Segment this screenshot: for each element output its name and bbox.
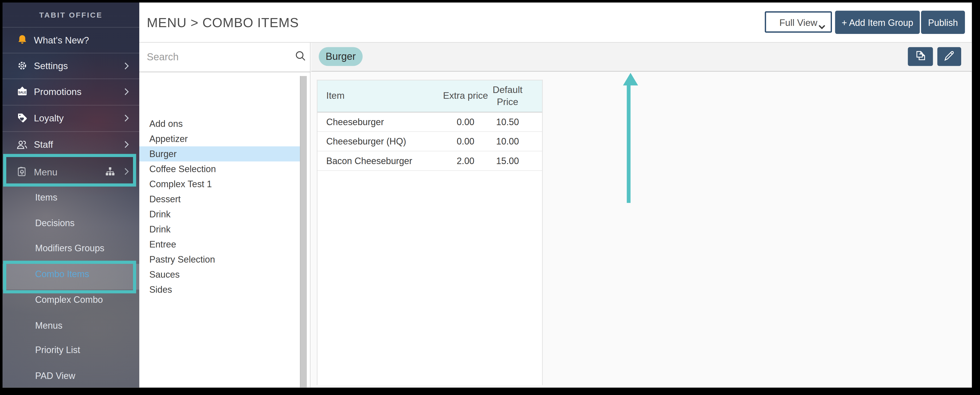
view-mode-value: Full View [780,17,818,27]
chevron-right-icon [124,88,129,96]
brand-title: TABIT OFFICE [3,3,139,27]
app-root: TABIT OFFICE What's New? Settings SALE [0,0,980,395]
search-input[interactable] [147,48,285,67]
category-item[interactable]: Dessert [139,192,300,207]
sidebar-item-label: What's New? [34,35,89,45]
item-name: Cheeseburger [317,112,443,131]
svg-text:SALE: SALE [18,91,26,94]
sidebar-item-items[interactable]: Items [3,190,139,205]
duplicate-button[interactable] [908,47,933,66]
column-header-default-price: Default Price [488,80,527,112]
sidebar-item-label: Menu [34,166,57,177]
sitemap-icon [105,166,116,177]
category-item[interactable]: Sauces [139,267,300,282]
add-item-group-button[interactable]: + Add Item Group [835,11,920,34]
default-price: 10.50 [488,112,527,131]
chevron-right-icon [124,140,129,149]
copy-icon [914,49,927,64]
pencil-icon [943,49,956,64]
category-item[interactable]: Complex Test 1 [139,177,300,192]
main-content: Burger Item Extra price Default [311,43,972,388]
sale-sign-icon: SALE [16,85,29,98]
edit-button[interactable] [937,47,961,66]
sidebar-item-label: Promotions [34,86,81,97]
sidebar-item-decisions[interactable]: Decisions [3,216,139,231]
category-item-selected[interactable]: Burger [139,147,300,162]
sidebar-item-complex-combo[interactable]: Complex Combo [3,292,139,307]
gear-icon [16,59,29,72]
page-header: MENU > COMBO ITEMS Full View + Add Item … [139,3,972,43]
sidebar-item-pad-view[interactable]: PAD View [3,368,139,383]
menu-board-icon [16,165,29,178]
sidebar-item-label: Loyalty [34,113,64,123]
sidebar-item-priority-list[interactable]: Priority List [3,342,139,358]
chevron-right-icon [124,62,129,70]
category-item[interactable]: Sides [139,282,300,297]
group-tab-bar: Burger [311,43,972,72]
sidebar: TABIT OFFICE What's New? Settings SALE [3,3,139,388]
category-item[interactable]: Drink [139,207,300,222]
category-item[interactable]: Entree [139,237,300,252]
sidebar-item-label: Settings [34,60,68,71]
default-price: 10.00 [488,131,527,151]
group-chip-burger[interactable]: Burger [319,47,363,66]
table-row[interactable]: Cheeseburger 0.00 10.50 [317,112,542,131]
app-frame: TABIT OFFICE What's New? Settings SALE [3,3,972,388]
sidebar-item-modifiers-groups[interactable]: Modifiers Groups [3,241,139,256]
loyalty-tag-icon [16,112,29,124]
table-row[interactable]: Cheeseburger (HQ) 0.00 10.00 [317,131,542,151]
staff-people-icon [16,138,29,150]
table-header: Item Extra price Default Price [317,80,542,112]
sidebar-item-combo-items[interactable]: Combo Items [3,266,139,281]
category-list-scrollbar[interactable] [300,76,307,388]
category-item[interactable]: Appetizer [139,131,300,147]
extra-price: 2.00 [443,151,488,170]
category-item[interactable]: Coffee Selection [139,162,300,177]
column-header-extra-price: Extra price [443,80,488,112]
default-price: 15.00 [488,151,527,170]
extra-price: 0.00 [443,112,488,131]
bell-icon [16,34,29,46]
sidebar-item-whats-new[interactable]: What's New? [3,27,139,53]
arrow-shaft [627,85,631,203]
extra-price: 0.00 [443,131,488,151]
combo-items-table: Item Extra price Default Price Cheesebur… [317,80,543,385]
arrow-head [623,73,638,85]
breadcrumb: MENU > COMBO ITEMS [147,3,299,43]
sidebar-item-menus[interactable]: Menus [3,318,139,333]
chevron-down-icon [818,21,826,32]
category-panel: Add ons Appetizer Burger Coffee Selectio… [139,43,311,388]
sidebar-item-settings[interactable]: Settings [3,53,139,78]
item-name: Cheeseburger (HQ) [317,131,443,151]
category-item[interactable]: Pastry Selection [139,252,300,267]
category-item[interactable]: Add ons [139,116,300,131]
divider [139,72,311,72]
sidebar-item-promotions[interactable]: SALE Promotions [3,78,139,104]
category-item[interactable]: Drink [139,222,300,237]
sidebar-item-staff[interactable]: Staff [3,131,139,157]
chevron-right-icon [124,167,129,176]
publish-button[interactable]: Publish [921,11,965,34]
table-row[interactable]: Bacon Cheeseburger 2.00 15.00 [317,151,542,170]
sidebar-item-menu[interactable]: Menu [3,157,139,186]
column-header-item: Item [317,80,443,112]
sidebar-item-label: Staff [34,139,53,150]
view-mode-select[interactable]: Full View [765,11,832,33]
search-icon [294,50,307,65]
chevron-right-icon [124,114,129,122]
item-name: Bacon Cheeseburger [317,151,443,170]
sidebar-item-loyalty[interactable]: Loyalty [3,105,139,131]
